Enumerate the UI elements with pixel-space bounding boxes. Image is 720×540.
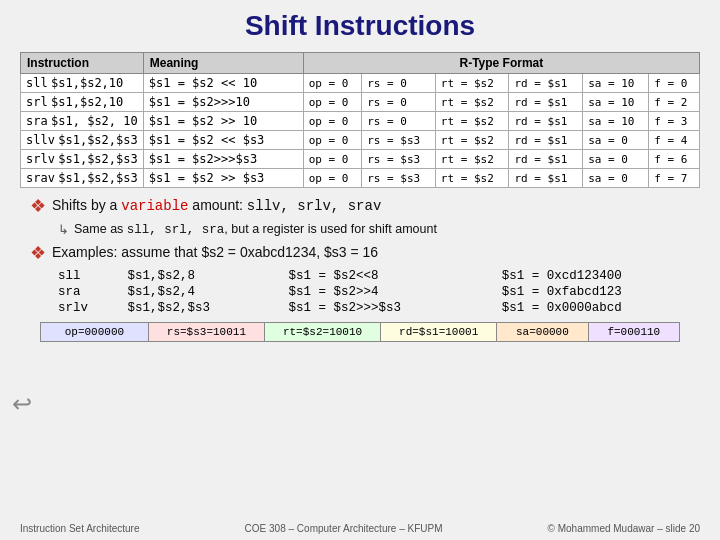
- cell-instr: sra $s1, $s2, 10: [21, 112, 144, 131]
- ex-operands: $s1,$s2,$s3: [128, 300, 289, 316]
- ex-instr: sll: [58, 268, 128, 284]
- cell-rs: rs = 0: [362, 74, 436, 93]
- cell-op: op = 0: [303, 131, 361, 150]
- cell-sa: sa = 10: [583, 93, 649, 112]
- diamond-icon: ❖: [30, 196, 46, 218]
- cell-f: f = 2: [649, 93, 700, 112]
- example-table: sll $s1,$s2,8 $s1 = $s2<<8 $s1 = 0xcd123…: [58, 268, 720, 316]
- ex-eq2: $s1 = 0x0000abcd: [502, 300, 720, 316]
- footer-left: Instruction Set Architecture: [20, 523, 140, 534]
- cell-rd: rd = $s1: [509, 93, 583, 112]
- cell-rt: rt = $s2: [435, 74, 509, 93]
- ex-operands: $s1,$s2,4: [128, 284, 289, 300]
- enc-op: op=000000: [41, 323, 149, 341]
- cell-rs: rs = $s3: [362, 131, 436, 150]
- subbullet1: ↳ Same as sll, srl, sra, but a register …: [58, 222, 700, 237]
- example-row: sll $s1,$s2,8 $s1 = $s2<<8 $s1 = 0xcd123…: [58, 268, 720, 284]
- cell-f: f = 7: [649, 169, 700, 188]
- cell-rt: rt = $s2: [435, 131, 509, 150]
- ex-eq1: $s1 = $s2>>4: [289, 284, 502, 300]
- col-header-instruction: Instruction: [21, 53, 144, 74]
- cursor-icon: ↩: [12, 390, 32, 418]
- enc-f: f=000110: [589, 323, 679, 341]
- cell-sa: sa = 0: [583, 150, 649, 169]
- ex-eq2: $s1 = 0xfabcd123: [502, 284, 720, 300]
- footer-center: COE 308 – Computer Architecture – KFUPM: [245, 523, 443, 534]
- examples-section: ❖ Examples: assume that $s2 = 0xabcd1234…: [30, 243, 700, 317]
- cell-rd: rd = $s1: [509, 131, 583, 150]
- slide: Shift Instructions Instruction Meaning R…: [0, 0, 720, 540]
- ex-operands: $s1,$s2,8: [128, 268, 289, 284]
- bullet1: ❖ Shifts by a variable amount: sllv, srl…: [30, 196, 700, 218]
- cell-op: op = 0: [303, 112, 361, 131]
- table-row: sll $s1,$s2,10 $s1 = $s2 << 10 op = 0 rs…: [21, 74, 700, 93]
- cell-instr: srav $s1,$s2,$s3: [21, 169, 144, 188]
- page-title: Shift Instructions: [20, 10, 700, 42]
- cell-instr: srl $s1,$s2,10: [21, 93, 144, 112]
- cell-rs: rs = $s3: [362, 169, 436, 188]
- cell-instr: sllv $s1,$s2,$s3: [21, 131, 144, 150]
- diamond2-icon: ❖: [30, 243, 46, 265]
- enc-rd: rd=$s1=10001: [381, 323, 497, 341]
- cell-f: f = 3: [649, 112, 700, 131]
- ex-eq2: $s1 = 0xcd123400: [502, 268, 720, 284]
- cell-sa: sa = 10: [583, 74, 649, 93]
- cell-rd: rd = $s1: [509, 150, 583, 169]
- cell-meaning: $s1 = $s2>>>$s3: [143, 150, 303, 169]
- cell-meaning: $s1 = $s2 << $s3: [143, 131, 303, 150]
- cell-instr: sll $s1,$s2,10: [21, 74, 144, 93]
- cell-f: f = 4: [649, 131, 700, 150]
- cell-meaning: $s1 = $s2 >> 10: [143, 112, 303, 131]
- cell-rd: rd = $s1: [509, 74, 583, 93]
- instruction-table: Instruction Meaning R-Type Format sll $s…: [20, 52, 700, 188]
- cell-meaning: $s1 = $s2 >> $s3: [143, 169, 303, 188]
- footer-right: © Mohammed Mudawar – slide 20: [548, 523, 700, 534]
- table-row: sllv $s1,$s2,$s3 $s1 = $s2 << $s3 op = 0…: [21, 131, 700, 150]
- subbullet1-text: Same as sll, srl, sra, but a register is…: [74, 222, 437, 237]
- arrow-icon: ↳: [58, 222, 69, 237]
- col-header-rtype: R-Type Format: [303, 53, 699, 74]
- table-row: srlv $s1,$s2,$s3 $s1 = $s2>>>$s3 op = 0 …: [21, 150, 700, 169]
- cell-meaning: $s1 = $s2>>>10: [143, 93, 303, 112]
- encoding-bar: op=000000 rs=$s3=10011 rt=$s2=10010 rd=$…: [40, 322, 680, 342]
- cell-rt: rt = $s2: [435, 112, 509, 131]
- footer: Instruction Set Architecture COE 308 – C…: [0, 523, 720, 534]
- sll-ref: sll, srl, sra: [127, 223, 225, 237]
- table-row: sra $s1, $s2, 10 $s1 = $s2 >> 10 op = 0 …: [21, 112, 700, 131]
- cell-f: f = 6: [649, 150, 700, 169]
- example-row: sra $s1,$s2,4 $s1 = $s2>>4 $s1 = 0xfabcd…: [58, 284, 720, 300]
- example-row: srlv $s1,$s2,$s3 $s1 = $s2>>>$s3 $s1 = 0…: [58, 300, 720, 316]
- cell-sa: sa = 10: [583, 112, 649, 131]
- instruction-table-container: Instruction Meaning R-Type Format sll $s…: [20, 52, 700, 188]
- sllv-text: sllv, srlv, srav: [247, 198, 381, 214]
- ex-instr: srlv: [58, 300, 128, 316]
- cell-op: op = 0: [303, 169, 361, 188]
- cell-op: op = 0: [303, 93, 361, 112]
- ex-instr: sra: [58, 284, 128, 300]
- cell-rs: rs = 0: [362, 93, 436, 112]
- cell-rs: rs = $s3: [362, 150, 436, 169]
- cell-sa: sa = 0: [583, 169, 649, 188]
- cell-rt: rt = $s2: [435, 169, 509, 188]
- cell-rs: rs = 0: [362, 112, 436, 131]
- cell-rt: rt = $s2: [435, 150, 509, 169]
- cell-op: op = 0: [303, 74, 361, 93]
- ex-eq1: $s1 = $s2>>>$s3: [289, 300, 502, 316]
- cell-rd: rd = $s1: [509, 112, 583, 131]
- enc-sa: sa=00000: [497, 323, 588, 341]
- bullet1-section: ❖ Shifts by a variable amount: sllv, srl…: [30, 196, 700, 237]
- cell-f: f = 0: [649, 74, 700, 93]
- cell-sa: sa = 0: [583, 131, 649, 150]
- cell-instr: srlv $s1,$s2,$s3: [21, 150, 144, 169]
- cell-rt: rt = $s2: [435, 93, 509, 112]
- col-header-meaning: Meaning: [143, 53, 303, 74]
- table-row: srl $s1,$s2,10 $s1 = $s2>>>10 op = 0 rs …: [21, 93, 700, 112]
- cell-meaning: $s1 = $s2 << 10: [143, 74, 303, 93]
- cell-rd: rd = $s1: [509, 169, 583, 188]
- bullet2-text: Examples: assume that $s2 = 0xabcd1234, …: [52, 243, 378, 261]
- cell-op: op = 0: [303, 150, 361, 169]
- table-row: srav $s1,$s2,$s3 $s1 = $s2 >> $s3 op = 0…: [21, 169, 700, 188]
- ex-eq1: $s1 = $s2<<8: [289, 268, 502, 284]
- bullet1-text: Shifts by a variable amount: sllv, srlv,…: [52, 196, 381, 215]
- enc-rt: rt=$s2=10010: [265, 323, 381, 341]
